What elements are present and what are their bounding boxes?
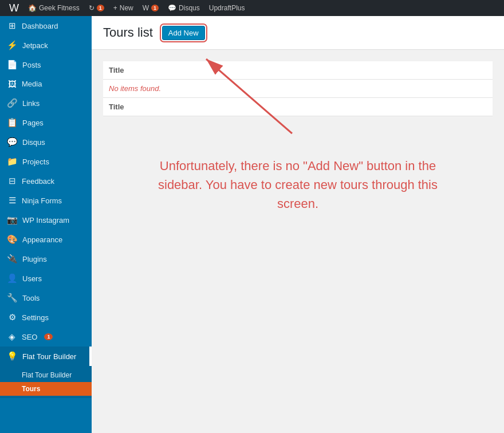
sidebar-item-posts[interactable]: 📄 Posts <box>0 55 92 74</box>
sidebar-item-projects[interactable]: 📁 Projects <box>0 152 92 171</box>
sidebar-sub-section: Flat Tour Builder Tours <box>0 366 92 398</box>
sidebar-feedback-label: Feedback <box>22 177 54 186</box>
jetpack-icon: ⚡ <box>7 40 18 50</box>
sidebar-ninja-forms-label: Ninja Forms <box>22 196 62 205</box>
sidebar-projects-label: Projects <box>22 158 49 166</box>
projects-icon: 📁 <box>7 156 18 167</box>
sidebar-plugins-label: Plugins <box>22 255 47 263</box>
sidebar-disqus-label: Disqus <box>22 138 45 147</box>
adminbar-disqus[interactable]: 💬 Disqus <box>163 0 204 16</box>
sidebar-item-wp-instagram[interactable]: 📷 WP Instagram <box>0 210 92 230</box>
sidebar-item-ninja-forms[interactable]: ☰ Ninja Forms <box>0 191 92 210</box>
sidebar-item-seo[interactable]: ◈ SEO 1 <box>0 327 92 347</box>
new-label: New <box>120 4 133 12</box>
annotation-text: Unfortunately, there is no "Add New" but… <box>115 133 481 236</box>
add-new-button[interactable]: Add New <box>162 26 205 40</box>
wp-logo-icon: W <box>9 2 19 14</box>
sidebar-sub-tours[interactable]: Tours <box>0 382 92 396</box>
sidebar-item-users[interactable]: 👤 Users <box>0 269 92 288</box>
sidebar-item-pages[interactable]: 📋 Pages <box>0 113 92 132</box>
page-title: Tours list <box>103 25 153 40</box>
sidebar-pages-label: Pages <box>22 119 44 127</box>
updates-icon: ↻ <box>89 4 94 12</box>
adminbar-new[interactable]: + New <box>109 0 138 16</box>
tools-icon: 🔧 <box>7 293 18 303</box>
seo-icon: ◈ <box>7 332 17 342</box>
title-column-header: Title <box>103 61 493 80</box>
flat-tour-icon: 💡 <box>7 351 18 361</box>
adminbar-updraftplus[interactable]: UpdraftPlus <box>204 0 250 16</box>
sidebar-item-feedback[interactable]: ⊟ Feedback <box>0 171 92 191</box>
woo-icon: W <box>143 4 149 12</box>
sidebar-item-tools[interactable]: 🔧 Tools <box>0 288 92 308</box>
wp-instagram-icon: 📷 <box>7 215 18 225</box>
sidebar-flat-tour-label: Flat Tour Builder <box>22 352 76 361</box>
content-area: Tours list Add New Title No items found. <box>92 16 504 433</box>
sidebar-item-dashboard[interactable]: ⊞ Dashboard <box>0 16 92 36</box>
page-header: Tours list Add New <box>92 16 504 50</box>
sidebar-item-jetpack[interactable]: ⚡ Jetpack <box>0 36 92 55</box>
table-body: No items found. <box>103 80 493 98</box>
adminbar-updates[interactable]: ↻ 1 <box>84 0 109 16</box>
seo-badge: 1 <box>44 333 53 340</box>
dashboard-icon: ⊞ <box>7 21 17 31</box>
sidebar-tools-label: Tools <box>22 294 40 302</box>
site-name-label: Geek Fitness <box>39 4 80 12</box>
disqus-side-icon: 💬 <box>7 137 18 147</box>
admin-bar: W 🏠 Geek Fitness ↻ 1 + New W 1 💬 Disqus … <box>0 0 504 16</box>
site-icon: 🏠 <box>28 4 37 12</box>
sidebar-users-label: Users <box>22 274 42 283</box>
sidebar-item-disqus[interactable]: 💬 Disqus <box>0 132 92 152</box>
adminbar-woocommerce[interactable]: W 1 <box>138 0 163 16</box>
disqus-icon: 💬 <box>168 4 176 12</box>
table-footer: Title <box>103 98 493 116</box>
media-icon: 🖼 <box>7 79 17 89</box>
empty-message: No items found. <box>103 80 493 98</box>
sidebar-item-settings[interactable]: ⚙ Settings <box>0 308 92 327</box>
posts-icon: 📄 <box>7 60 18 70</box>
sidebar: ⊞ Dashboard ⚡ Jetpack 📄 Posts 🖼 Media 🔗 … <box>0 16 92 433</box>
title-column-footer: Title <box>103 98 493 116</box>
new-plus-icon: + <box>113 4 117 12</box>
feedback-icon: ⊟ <box>7 176 17 186</box>
adminbar-wp-logo[interactable]: W <box>5 0 23 16</box>
woo-badge: 1 <box>151 5 159 11</box>
users-icon: 👤 <box>7 273 18 284</box>
main-layout: ⊞ Dashboard ⚡ Jetpack 📄 Posts 🖼 Media 🔗 … <box>0 16 504 433</box>
appearance-icon: 🎨 <box>7 234 18 245</box>
content-body: Title No items found. Title <box>92 50 504 265</box>
sidebar-jetpack-label: Jetpack <box>22 41 48 50</box>
disqus-label: Disqus <box>179 4 200 12</box>
tours-table: Title No items found. Title <box>103 61 493 116</box>
table-row: No items found. <box>103 80 493 98</box>
sidebar-posts-label: Posts <box>22 61 41 69</box>
sidebar-settings-label: Settings <box>22 313 49 322</box>
sidebar-item-flat-tour-builder[interactable]: 💡 Flat Tour Builder <box>0 347 92 366</box>
table-header: Title <box>103 61 493 80</box>
sidebar-item-appearance[interactable]: 🎨 Appearance <box>0 230 92 249</box>
settings-icon: ⚙ <box>7 312 17 322</box>
sidebar-wp-instagram-label: WP Instagram <box>22 216 69 225</box>
sidebar-appearance-label: Appearance <box>22 235 62 244</box>
sidebar-media-label: Media <box>22 80 42 88</box>
updates-badge: 1 <box>97 5 104 11</box>
sidebar-sub-flat-tour-builder[interactable]: Flat Tour Builder <box>0 368 92 382</box>
sidebar-seo-label: SEO <box>22 333 37 341</box>
updraftplus-label: UpdraftPlus <box>209 4 245 12</box>
adminbar-site-name[interactable]: 🏠 Geek Fitness <box>23 0 84 16</box>
links-icon: 🔗 <box>7 98 18 108</box>
annotation-container: Unfortunately, there is no "Add New" but… <box>103 128 493 253</box>
pages-icon: 📋 <box>7 117 18 128</box>
sidebar-dashboard-label: Dashboard <box>22 22 58 30</box>
sidebar-links-label: Links <box>22 99 40 108</box>
ninja-forms-icon: ☰ <box>7 195 17 206</box>
sidebar-item-links[interactable]: 🔗 Links <box>0 93 92 113</box>
sidebar-item-plugins[interactable]: 🔌 Plugins <box>0 249 92 269</box>
plugins-icon: 🔌 <box>7 254 18 264</box>
sidebar-item-media[interactable]: 🖼 Media <box>0 74 92 93</box>
